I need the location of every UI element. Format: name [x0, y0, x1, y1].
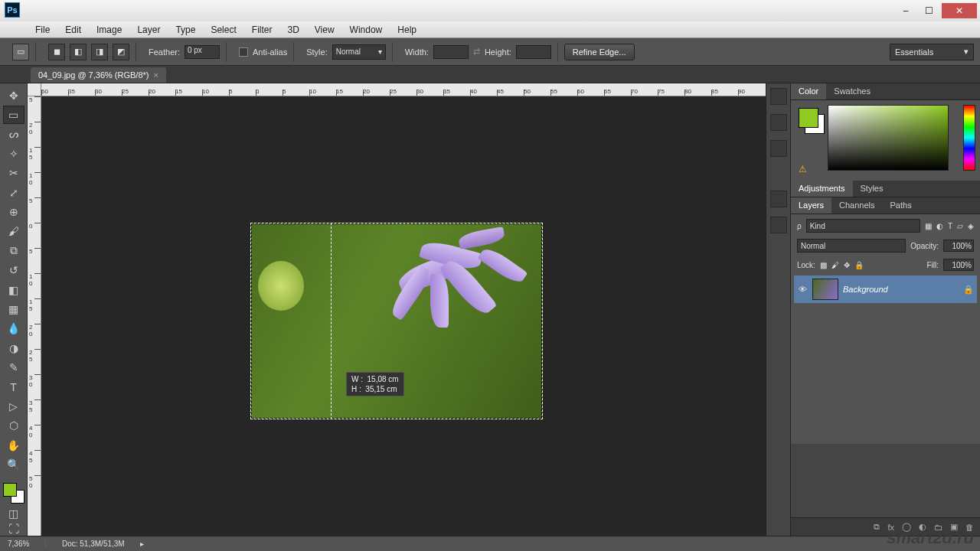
close-tab-icon[interactable]: ×	[153, 70, 158, 80]
tab-paths[interactable]: Paths	[883, 197, 920, 214]
fill-input[interactable]	[943, 259, 974, 271]
blend-mode-select[interactable]: Normal	[797, 239, 906, 253]
pen-tool[interactable]: ✎	[3, 358, 24, 376]
eyedropper-tool[interactable]: ⤢	[3, 184, 24, 201]
magic-wand-tool[interactable]: ✧	[3, 145, 24, 162]
feather-input[interactable]: 0 px	[185, 45, 220, 59]
quickmask-toggle[interactable]: ◫	[3, 507, 24, 520]
canvas[interactable]: W : 15,08 cm H : 35,15 cm	[41, 96, 766, 536]
tab-channels[interactable]: Channels	[831, 197, 882, 214]
selection-new-icon[interactable]: ◼	[48, 44, 65, 60]
history-panel-icon[interactable]	[770, 88, 787, 105]
screenmode-toggle[interactable]: ⛶	[3, 522, 24, 536]
tab-color[interactable]: Color	[791, 83, 826, 99]
healing-brush-tool[interactable]: ⊕	[3, 203, 24, 220]
collapsed-panel-strip	[766, 83, 790, 536]
lock-pixels-icon[interactable]: 🖌	[831, 261, 839, 269]
filter-type-icon[interactable]: T	[948, 222, 952, 230]
layer-visibility-icon[interactable]: 👁	[797, 285, 808, 294]
panels-column: Color Swatches ⚠ Adjustments Styles Laye…	[790, 83, 980, 536]
menu-filter[interactable]: Filter	[244, 22, 280, 37]
height-input[interactable]	[516, 45, 551, 59]
menu-edit[interactable]: Edit	[57, 22, 89, 37]
style-select[interactable]: Normal▾	[332, 44, 386, 60]
lasso-tool[interactable]: ᔕ	[3, 126, 24, 143]
menu-image[interactable]: Image	[89, 22, 129, 37]
link-layers-icon[interactable]: ⧉	[874, 522, 880, 532]
filter-smart-icon[interactable]: ◈	[968, 222, 974, 230]
type-tool[interactable]: T	[3, 378, 24, 396]
antialias-checkbox[interactable]	[239, 47, 248, 57]
filter-kind-select[interactable]: Kind	[806, 219, 920, 233]
marquee-tool[interactable]: ▭	[3, 106, 24, 123]
menu-select[interactable]: Select	[203, 22, 243, 37]
tab-adjustments[interactable]: Adjustments	[791, 181, 853, 197]
gradient-tool[interactable]: ▦	[3, 300, 24, 318]
tab-styles[interactable]: Styles	[853, 181, 891, 197]
tab-swatches[interactable]: Swatches	[826, 83, 878, 99]
menu-view[interactable]: View	[307, 22, 342, 37]
options-bar: ▭ ◼ ◧ ◨ ◩ Feather: 0 px Anti-alias Style…	[0, 38, 980, 66]
layer-row-background[interactable]: 👁 Background 🔒	[794, 276, 977, 303]
layer-lock-icon[interactable]: 🔒	[963, 285, 974, 295]
zoom-tool[interactable]: 🔍	[3, 455, 24, 473]
history-brush-tool[interactable]: ↺	[3, 262, 24, 279]
tab-layers[interactable]: Layers	[791, 197, 831, 214]
character-panel-icon[interactable]	[770, 191, 787, 207]
minimize-button[interactable]: –	[896, 3, 916, 18]
document-image[interactable]: W : 15,08 cm H : 35,15 cm	[250, 223, 543, 419]
selection-add-icon[interactable]: ◧	[70, 44, 87, 60]
brush-tool[interactable]: 🖌	[3, 223, 24, 240]
width-input[interactable]	[433, 45, 469, 59]
blur-tool[interactable]: 💧	[3, 320, 24, 337]
lock-all-icon[interactable]: 🔒	[854, 261, 864, 269]
canvas-area[interactable]: 6035302520151050510152025303540455055606…	[28, 83, 766, 536]
selection-intersect-icon[interactable]: ◩	[113, 44, 129, 60]
shape-tool[interactable]: ⬡	[3, 417, 24, 435]
menu-help[interactable]: Help	[390, 22, 424, 37]
hue-slider[interactable]	[963, 105, 975, 171]
menu-type[interactable]: Type	[168, 22, 203, 37]
brushes-panel-icon[interactable]	[770, 140, 787, 157]
antialias-label: Anti-alias	[253, 47, 287, 57]
document-tab[interactable]: 04_09.jpg @ 7,36% (RGB/8*) ×	[31, 67, 166, 83]
refine-edge-button[interactable]: Refine Edge...	[564, 44, 635, 60]
status-bar: 7,36% | Doc: 51,3M/51,3M ▸	[0, 536, 980, 551]
ruler-corner	[28, 83, 41, 96]
properties-panel-icon[interactable]	[770, 114, 787, 131]
close-button[interactable]: ✕	[942, 3, 977, 18]
dodge-tool[interactable]: ◑	[3, 339, 24, 357]
menu-window[interactable]: Window	[342, 22, 390, 37]
panel-fg-swatch[interactable]	[799, 108, 818, 128]
marquee-tool-icon[interactable]: ▭	[12, 44, 29, 60]
workspace-select[interactable]: Essentials▾	[890, 44, 974, 60]
foreground-color[interactable]	[3, 483, 17, 497]
path-select-tool[interactable]: ▷	[3, 397, 24, 415]
paragraph-panel-icon[interactable]	[770, 217, 787, 233]
clone-stamp-tool[interactable]: ⧉	[3, 242, 24, 259]
menu-file[interactable]: File	[28, 22, 57, 37]
lock-position-icon[interactable]: ✥	[844, 261, 850, 269]
gamut-warning-icon[interactable]: ⚠	[799, 164, 809, 174]
doc-size-display[interactable]: Doc: 51,3M/51,3M	[62, 540, 125, 548]
crop-tool[interactable]: ✂	[3, 165, 24, 182]
zoom-display[interactable]: 7,36%	[8, 540, 29, 548]
color-swatches[interactable]	[2, 481, 26, 505]
move-tool[interactable]: ✥	[3, 86, 24, 104]
document-tab-title: 04_09.jpg @ 7,36% (RGB/8*)	[38, 70, 149, 80]
menu-3d[interactable]: 3D	[279, 22, 306, 37]
opacity-input[interactable]	[943, 240, 974, 252]
color-field[interactable]	[828, 105, 949, 171]
menu-layer[interactable]: Layer	[129, 22, 168, 37]
lock-transparency-icon[interactable]: ▩	[820, 261, 827, 269]
filter-shape-icon[interactable]: ▱	[957, 222, 963, 230]
swap-wh-icon[interactable]: ⇄	[473, 47, 480, 57]
selection-subtract-icon[interactable]: ◨	[91, 44, 108, 60]
maximize-button[interactable]: ☐	[919, 3, 939, 18]
layer-thumbnail[interactable]	[812, 279, 838, 300]
filter-adj-icon[interactable]: ◐	[936, 222, 943, 230]
filter-pixel-icon[interactable]: ▦	[925, 222, 932, 230]
hand-tool[interactable]: ✋	[3, 436, 24, 454]
status-arrow-icon[interactable]: ▸	[140, 540, 144, 548]
eraser-tool[interactable]: ◧	[3, 281, 24, 298]
